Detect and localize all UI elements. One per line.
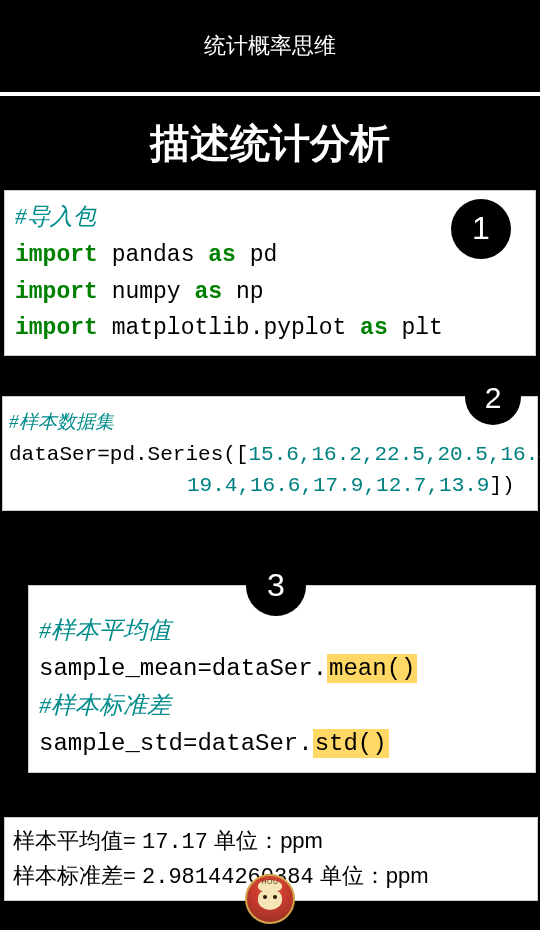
comment-dataset: #样本数据集 <box>9 411 114 432</box>
mean-prefix: sample_mean=dataSer. <box>39 655 327 682</box>
series-values-1: 15.6,16.2,22.5,20.5,16.4, <box>248 443 540 466</box>
subtitle-text: 统计概率思维 <box>204 31 336 61</box>
series-suffix: ]) <box>489 474 514 497</box>
alias-np: np <box>236 279 264 305</box>
std-call: std() <box>313 729 389 758</box>
kw-as: as <box>208 242 236 268</box>
module-pandas: pandas <box>112 242 195 268</box>
step-badge-2: 2 <box>465 369 521 425</box>
badge-3-text: 3 <box>267 561 285 611</box>
mean-label: 样本平均值= <box>13 828 136 853</box>
std-unit: 单位：ppm <box>320 863 429 888</box>
series-values-2: 19.4,16.6,17.9,12.7,13.9 <box>187 474 489 497</box>
mean-call: mean() <box>327 654 417 683</box>
std-prefix: sample_std=dataSer. <box>39 730 313 757</box>
step-badge-3: 3 <box>246 556 306 616</box>
page-title: 描述统计分析 <box>0 96 540 190</box>
avatar-icon <box>245 874 295 924</box>
code-block-imports: 1 #导入包 import pandas as pd import numpy … <box>4 190 536 356</box>
kw-as: as <box>194 279 222 305</box>
badge-2-text: 2 <box>485 375 502 420</box>
module-matplotlib: matplotlib.pyplot <box>112 315 347 341</box>
kw-import: import <box>15 315 98 341</box>
page-subtitle: 统计概率思维 <box>0 0 540 96</box>
comment-mean: #样本平均值 <box>39 617 171 643</box>
step-badge-1: 1 <box>451 199 511 259</box>
comment-imports: #导入包 <box>15 204 96 229</box>
std-label: 样本标准差= <box>13 863 136 888</box>
alias-pd: pd <box>250 242 278 268</box>
title-text: 描述统计分析 <box>150 116 390 171</box>
kw-as: as <box>360 315 388 341</box>
code-block-stats: 3 #样本平均值 sample_mean=dataSer.mean() #样本标… <box>28 585 536 774</box>
badge-1-text: 1 <box>472 203 490 254</box>
kw-import: import <box>15 279 98 305</box>
kw-import: import <box>15 242 98 268</box>
alias-plt: plt <box>402 315 443 341</box>
code-block-dataset: 2 #样本数据集 dataSer=pd.Series([15.6,16.2,22… <box>2 396 538 511</box>
mean-value: 17.17 <box>142 830 208 855</box>
series-prefix: dataSer=pd.Series([ <box>9 443 248 466</box>
mean-unit: 单位：ppm <box>214 828 323 853</box>
module-numpy: numpy <box>112 279 181 305</box>
comment-std: #样本标准差 <box>39 692 171 718</box>
